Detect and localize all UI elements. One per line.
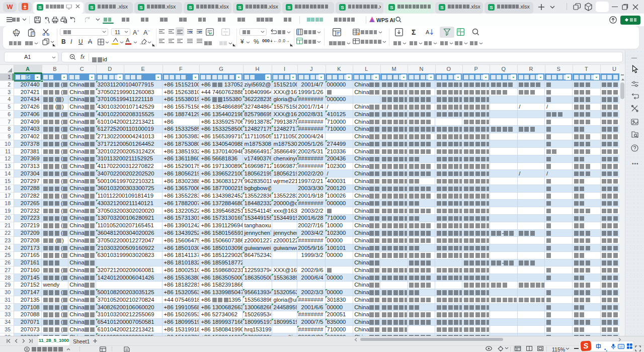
svg-text:A: A — [426, 29, 430, 35]
